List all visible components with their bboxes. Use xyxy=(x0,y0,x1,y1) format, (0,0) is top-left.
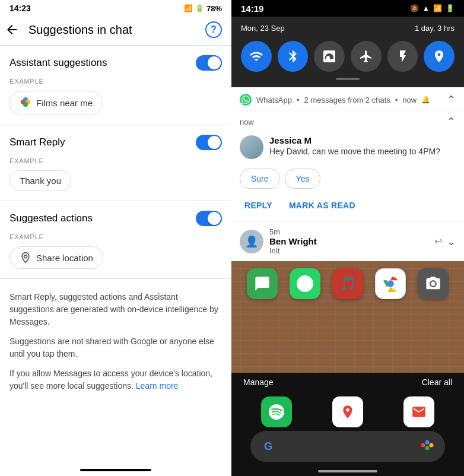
notif-time-section: now ⌃ xyxy=(231,110,464,131)
suggested-actions-toggle[interactable] xyxy=(196,211,222,226)
notif-dot2: • xyxy=(395,96,398,104)
smart-reply-toggle[interactable] xyxy=(196,135,222,150)
manage-button[interactable]: Manage xyxy=(243,377,274,387)
assistant-suggestions-chip: Films near me xyxy=(9,91,103,115)
smart-reply-chip-text: Thank you xyxy=(20,176,61,186)
qs-icons-row xyxy=(241,41,455,72)
google-search-bar[interactable]: G xyxy=(250,431,445,462)
notif-actions: Reply Mark as read xyxy=(231,195,464,221)
svg-point-3 xyxy=(23,102,28,107)
mark-as-read-button[interactable]: Mark as read xyxy=(281,196,364,215)
wifi-toggle[interactable] xyxy=(241,41,272,72)
message-content-1: Jessica M Hey David, can we move the mee… xyxy=(269,135,456,156)
info-section: Smart Reply, suggested actions and Assis… xyxy=(0,279,231,404)
app-row-1: 🎵 xyxy=(247,268,449,299)
suggested-actions-chip: Share location xyxy=(9,246,103,269)
chrome-app-icon[interactable] xyxy=(375,268,406,299)
info-paragraph-1: Smart Reply, suggested actions and Assis… xyxy=(9,291,222,328)
notif-dot: • xyxy=(297,96,300,104)
dnd-icon: 🔕 xyxy=(410,4,419,12)
svg-text:G: G xyxy=(264,440,273,452)
notif-collapsed-left: 👤 5m Ben Wright Init xyxy=(240,227,317,255)
info-paragraph-2: Suggestions are not shared with Google o… xyxy=(9,335,222,360)
smart-reply-chip: Thank you xyxy=(9,170,71,191)
left-time: 14:23 xyxy=(9,4,31,13)
mute-icon: 🔔 xyxy=(421,96,430,104)
notif-time-label-2: 5m xyxy=(269,227,280,236)
right-time: 14:19 xyxy=(241,4,263,14)
app-dock xyxy=(231,392,464,431)
notif-collapsed-2[interactable]: 👤 5m Ben Wright Init ↩ ⌄ xyxy=(231,221,464,261)
notification-bottom-bar: Manage Clear all xyxy=(231,373,464,392)
camera-app-icon[interactable] xyxy=(418,268,449,299)
left-panel: 14:23 📶 🔋 78% Suggestions in chat ? Assi… xyxy=(0,0,231,476)
smart-reply-example-label: EXAMPLE xyxy=(0,155,231,168)
battery-icon: 🔋 xyxy=(446,4,455,12)
right-status-bar: 14:19 🔕 ▲ 📶 🔋 xyxy=(231,0,464,17)
notif-header: WhatsApp • 2 messages from 2 chats • now… xyxy=(231,87,464,110)
expand-chevron[interactable]: ⌄ xyxy=(447,235,456,248)
whatsapp-notification-card: WhatsApp • 2 messages from 2 chats • now… xyxy=(231,87,464,261)
whatsapp-app-name: WhatsApp xyxy=(256,96,292,104)
smart-reply-label: Smart Reply xyxy=(9,137,65,148)
music-app-icon[interactable]: 🎵 xyxy=(332,268,363,299)
yes-button[interactable]: Yes xyxy=(285,169,321,189)
assistant-suggestions-section: Assistant suggestions EXAMPLE Films near… xyxy=(0,46,231,125)
assistant-chip-text: Films near me xyxy=(36,98,93,108)
flashlight-toggle[interactable] xyxy=(387,41,418,72)
maps-dock-icon[interactable] xyxy=(332,396,363,427)
suggested-actions-chip-text: Share location xyxy=(36,253,93,263)
notif-timestamp: now xyxy=(402,96,417,104)
nfc-toggle[interactable] xyxy=(314,41,345,72)
clear-all-button[interactable]: Clear all xyxy=(422,377,452,387)
suggested-actions-section: Suggested actions EXAMPLE Share location xyxy=(0,201,231,278)
help-button[interactable]: ? xyxy=(205,21,222,38)
qs-pill xyxy=(336,78,360,80)
bluetooth-toggle[interactable] xyxy=(278,41,309,72)
reply-icon: ↩ xyxy=(434,236,442,247)
assistant-suggestions-example-label: EXAMPLE xyxy=(0,75,231,88)
page-title: Suggestions in chat xyxy=(28,23,196,37)
whatsapp-app-icon[interactable] xyxy=(290,268,320,299)
svg-point-4 xyxy=(24,255,27,258)
learn-more-link[interactable]: Learn more xyxy=(136,381,179,391)
ben-avatar: 👤 xyxy=(240,230,263,253)
airplane-toggle[interactable] xyxy=(351,41,382,72)
message-sender-1: Jessica M xyxy=(269,135,456,145)
spotify-dock-icon[interactable] xyxy=(261,396,292,427)
notif-collapse-btn[interactable]: ⌃ xyxy=(447,115,456,128)
qs-date: Mon, 23 Sep xyxy=(241,24,285,33)
sure-button[interactable]: Sure xyxy=(240,169,280,189)
home-indicator xyxy=(80,469,151,471)
notif-collapsed-info: 5m Ben Wright Init xyxy=(269,227,317,255)
notif-collapse-top[interactable]: ⌃ xyxy=(447,93,456,106)
notif-message-1: Jessica M Hey David, can we move the mee… xyxy=(231,131,464,166)
notif-header-left: WhatsApp • 2 messages from 2 chats • now… xyxy=(240,94,430,106)
qs-battery-time: 1 day, 3 hrs xyxy=(415,24,455,33)
left-battery: 78% xyxy=(206,4,222,13)
assistant-suggestions-toggle[interactable] xyxy=(196,55,222,71)
back-button[interactable] xyxy=(5,23,19,37)
ben-sender: Ben Wright xyxy=(269,236,317,246)
suggested-actions-example-label: EXAMPLE xyxy=(0,231,231,244)
ben-message: Init xyxy=(269,246,317,255)
quick-settings: Mon, 23 Sep 1 day, 3 hrs xyxy=(231,17,464,87)
google-assistant-icon xyxy=(20,96,31,110)
location-chip-icon xyxy=(20,252,31,264)
signal-icon: 📶 xyxy=(433,4,442,12)
right-panel: 14:19 🔕 ▲ 📶 🔋 Mon, 23 Sep 1 day, 3 hrs xyxy=(231,0,464,476)
app-grid: 🎵 xyxy=(231,261,464,306)
reply-button[interactable]: Reply xyxy=(236,196,281,215)
message-text-1: Hey David, can we move the meeting to 4P… xyxy=(269,147,456,156)
svg-point-8 xyxy=(421,443,425,448)
location-toggle[interactable] xyxy=(424,41,455,72)
svg-point-10 xyxy=(430,443,434,448)
svg-point-11 xyxy=(425,446,430,450)
notif-summary: 2 messages from 2 chats xyxy=(304,96,390,104)
info-paragraph-3: If you allow Messages to access your dev… xyxy=(9,367,222,392)
svg-point-9 xyxy=(425,440,430,445)
search-bar-dots xyxy=(419,437,436,456)
qs-date-row: Mon, 23 Sep 1 day, 3 hrs xyxy=(241,24,455,33)
messages-app-icon[interactable] xyxy=(247,268,278,299)
gmail-dock-icon[interactable] xyxy=(403,396,434,427)
